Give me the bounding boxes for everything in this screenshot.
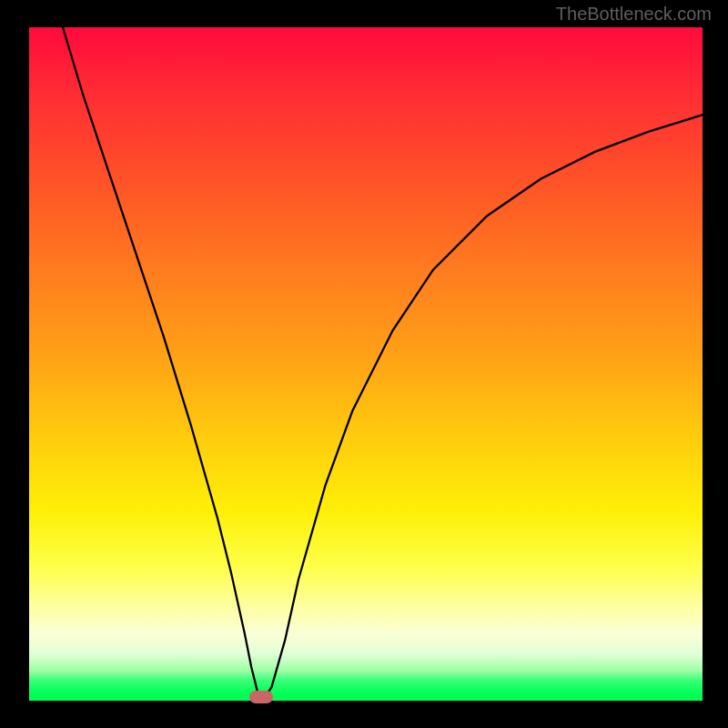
bottleneck-curve — [63, 27, 703, 697]
chart-svg — [29, 27, 703, 701]
plot-area — [29, 27, 703, 701]
optimal-marker — [249, 691, 273, 703]
watermark: TheBottleneck.com — [556, 4, 712, 25]
